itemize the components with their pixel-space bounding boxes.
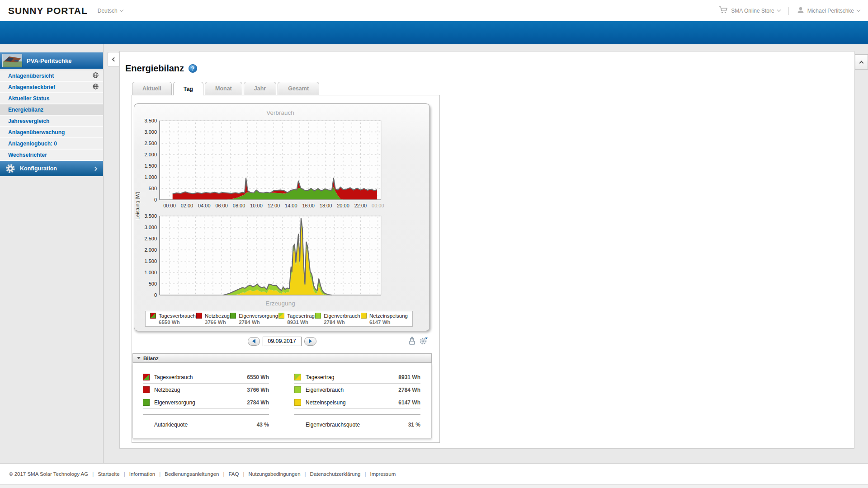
bilanz-header[interactable]: Bilanz [132, 353, 432, 363]
language-selector[interactable]: Deutsch [98, 8, 123, 14]
bilanz-quota-row: Eigenverbrauchsquote31 % [294, 419, 420, 431]
bilanz-row: Netzbezug3766 Wh [143, 384, 269, 396]
sidebar-item-3[interactable]: Aktueller Status [0, 93, 103, 104]
svg-text:3.000: 3.000 [144, 129, 157, 135]
konfiguration-label: Konfiguration [20, 165, 94, 172]
triangle-down-icon [137, 357, 141, 359]
svg-text:3.500: 3.500 [144, 213, 157, 219]
sidebar-item-1[interactable]: Anlagenübersicht [0, 70, 103, 82]
gear-icon [5, 164, 15, 174]
svg-text:1.000: 1.000 [144, 270, 157, 275]
chevron-left-icon [112, 57, 117, 61]
svg-text:2.500: 2.500 [144, 236, 157, 241]
help-icon[interactable]: ? [189, 64, 197, 73]
legend-item-top: Tagesertrag [278, 313, 315, 319]
footer-link-impressum[interactable]: Impressum [370, 471, 396, 477]
footer-separator: | [159, 471, 160, 477]
footer-separator: | [364, 471, 366, 477]
footer-link-datenschutzerklärung[interactable]: Datenschutzerklärung [310, 471, 361, 477]
sidebar-item-label: Anlagenüberwachung [8, 129, 99, 136]
footer-link-startseite[interactable]: Startseite [98, 471, 120, 477]
svg-text:Verbrauch: Verbrauch [266, 109, 294, 116]
main-panel: Energiebilanz ? AktuellTagMonatJahrGesam… [119, 51, 854, 449]
bilanz-row-label: Tagesverbrauch [154, 374, 247, 380]
user-menu[interactable]: Michael Perlitschke [797, 6, 860, 15]
svg-text:0: 0 [154, 197, 157, 202]
tab-gesamt[interactable]: Gesamt [278, 82, 319, 95]
sidebar-divider [103, 44, 104, 463]
svg-text:500: 500 [149, 281, 157, 286]
bilanz-panel: Bilanz Tagesverbrauch6550 WhNetzbezug376… [132, 353, 432, 438]
footer-link-nutzungsbedingungen[interactable]: Nutzungsbedingungen [248, 471, 300, 477]
svg-text:500: 500 [149, 186, 157, 191]
footer-separator: | [243, 471, 244, 477]
footer: © 2017 SMA Solar Technology AG |Startsei… [0, 463, 868, 484]
footer-strip [0, 484, 868, 488]
sidebar-item-konfiguration[interactable]: Konfiguration [0, 161, 103, 176]
svg-text:2.500: 2.500 [144, 141, 157, 146]
sidebar-item-7[interactable]: Anlagenlogbuch: 0 [0, 138, 103, 150]
footer-separator: | [305, 471, 306, 477]
previous-day-button[interactable] [248, 337, 260, 346]
erzeugung-chart: 05001.0001.5002.0002.5003.0003.500Erzeug… [134, 212, 430, 309]
bilanz-row: Tagesertrag8931 Wh [294, 371, 420, 384]
footer-link-bedienungsanleitungen[interactable]: Bedienungsanleitungen [165, 471, 219, 477]
bilanz-separator [143, 414, 269, 415]
bilanz-row: Eigenverbrauch2784 Wh [294, 384, 420, 396]
cart-icon [719, 6, 728, 15]
svg-text:00:00: 00:00 [372, 203, 384, 208]
footer-link-faq[interactable]: FAQ [228, 471, 239, 477]
export-icon[interactable] [408, 337, 416, 347]
scroll-top-button[interactable] [855, 54, 868, 70]
svg-text:14:00: 14:00 [285, 203, 297, 208]
bilanz-swatch [294, 374, 301, 380]
legend-item: Eigenverbrauch2784 Wh [315, 313, 360, 325]
tab-jahr[interactable]: Jahr [244, 82, 276, 95]
next-day-button[interactable] [304, 337, 316, 346]
legend-label: Tagesverbrauch [159, 313, 196, 319]
chart-panel: 05001.0001.5002.0002.5003.0003.50000:000… [134, 103, 430, 331]
sidebar-item-4[interactable]: Energiebilanz [0, 104, 103, 116]
copyright-text: © 2017 SMA Solar Technology AG [9, 471, 88, 477]
collapse-sidebar-button[interactable] [108, 52, 119, 66]
legend-swatch [196, 313, 202, 319]
legend-label: Netzeinspeisung [369, 313, 408, 319]
tab-monat[interactable]: Monat [205, 82, 242, 95]
svg-text:02:00: 02:00 [181, 203, 193, 208]
sunny-portal-logo: SUNNY PORTAL [8, 5, 88, 16]
legend-item: Netzeinspeisung6147 Wh [361, 313, 408, 325]
bilanz-column: Tagesverbrauch6550 WhNetzbezug3766 WhEig… [143, 371, 269, 431]
sidebar-item-label: Anlagensteckbrief [8, 84, 93, 90]
bilanz-row-label: Eigenverbrauch [306, 387, 398, 393]
date-input[interactable] [263, 337, 302, 346]
footer-separator: | [124, 471, 125, 477]
tab-tag[interactable]: Tag [173, 82, 203, 95]
bilanz-swatch [143, 374, 150, 380]
svg-text:1.500: 1.500 [144, 258, 157, 264]
sidebar: PVA-Perlitschke AnlagenübersichtAnlagens… [0, 44, 103, 176]
sidebar-item-8[interactable]: Wechselrichter [0, 150, 103, 161]
legend-value: 2784 Wh [239, 319, 278, 325]
legend-item: Eigenversorgung2784 Wh [230, 313, 278, 325]
store-label: SMA Online Store [731, 8, 774, 14]
plant-thumbnail [2, 54, 22, 67]
sidebar-item-2[interactable]: Anlagensteckbrief [0, 82, 103, 93]
svg-text:0: 0 [154, 292, 157, 298]
sidebar-item-6[interactable]: Anlagenüberwachung [0, 127, 103, 138]
bilanz-body: Tagesverbrauch6550 WhNetzbezug3766 WhEig… [132, 363, 432, 438]
bilanz-row-label: Netzbezug [154, 387, 247, 393]
plant-header[interactable]: PVA-Perlitschke [0, 52, 103, 69]
chart-settings-gear-icon[interactable] [419, 337, 428, 347]
sma-online-store-menu[interactable]: SMA Online Store [719, 6, 780, 15]
user-name: Michael Perlitschke [807, 8, 854, 14]
tab-aktuell[interactable]: Aktuell [132, 82, 172, 95]
sidebar-item-label: Anlagenlogbuch: 0 [8, 141, 99, 147]
footer-link-information[interactable]: Information [129, 471, 156, 477]
legend-swatch [278, 313, 284, 319]
legend-item: Netzbezug3766 Wh [196, 313, 230, 325]
globe-icon [93, 83, 99, 91]
sidebar-item-label: Wechselrichter [8, 152, 99, 158]
sidebar-item-5[interactable]: Jahresvergleich [0, 116, 103, 127]
legend-swatch [315, 313, 321, 319]
svg-text:2.000: 2.000 [144, 152, 157, 157]
